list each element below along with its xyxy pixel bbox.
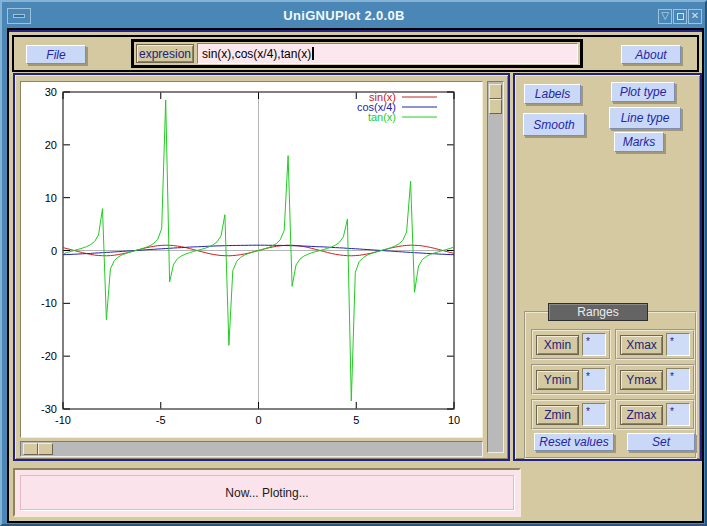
- expression-button[interactable]: expresion: [136, 44, 194, 63]
- status-frame: Now... Ploting...: [20, 475, 514, 510]
- xmax-input[interactable]: *: [666, 333, 690, 356]
- xmin-label-button[interactable]: Xmin: [536, 335, 579, 355]
- toolbar: File expresion sin(x),cos(x/4),tan(x) Ab…: [12, 35, 699, 72]
- vertical-scrollbar[interactable]: [487, 81, 504, 453]
- maximize-icon: [677, 13, 684, 20]
- window-title: UniGNUPlot 2.0.0B: [31, 8, 657, 23]
- ymax-label-button[interactable]: Ymax: [620, 370, 663, 390]
- line-type-button[interactable]: Line type: [609, 107, 681, 129]
- zmin-label-button[interactable]: Zmin: [536, 405, 579, 425]
- svg-text:-10: -10: [41, 297, 57, 309]
- range-cell-xmax: Xmax *: [615, 329, 695, 360]
- zmax-label-button[interactable]: Zmax: [620, 405, 663, 425]
- expression-group: expresion sin(x),cos(x/4),tan(x): [131, 39, 583, 68]
- marks-button[interactable]: Marks: [614, 132, 664, 152]
- close-button[interactable]: ✕: [688, 9, 702, 24]
- scrollbar-thumb-cell: [38, 443, 53, 455]
- range-cell-xmin: Xmin *: [531, 329, 611, 360]
- svg-text:5: 5: [353, 414, 359, 426]
- plot-type-button[interactable]: Plot type: [611, 82, 675, 102]
- shade-icon: ▽: [661, 11, 669, 21]
- expression-input[interactable]: sin(x),cos(x/4),tan(x): [197, 43, 578, 64]
- status-bar: Now... Ploting...: [13, 468, 521, 517]
- app-window: UniGNUPlot 2.0.0B ▽ ✕ File expresion sin…: [0, 0, 707, 526]
- expression-text: sin(x),cos(x/4),tan(x): [202, 47, 311, 61]
- file-button[interactable]: File: [26, 45, 86, 64]
- horizontal-scrollbar-thumb[interactable]: [23, 443, 53, 455]
- labels-button[interactable]: Labels: [524, 84, 581, 104]
- svg-text:10: 10: [448, 414, 460, 426]
- text-cursor: [312, 47, 314, 60]
- ymin-label-button[interactable]: Ymin: [536, 370, 579, 390]
- svg-text:30: 30: [45, 86, 57, 98]
- range-cell-ymax: Ymax *: [615, 364, 695, 395]
- svg-text:0: 0: [255, 414, 261, 426]
- set-button[interactable]: Set: [627, 433, 695, 451]
- svg-text:20: 20: [45, 139, 57, 151]
- status-message: Now... Ploting...: [225, 486, 308, 500]
- ranges-group-title: Ranges: [548, 303, 648, 321]
- title-bar: UniGNUPlot 2.0.0B ▽ ✕: [5, 4, 702, 26]
- horizontal-scrollbar[interactable]: [20, 441, 483, 457]
- range-cell-ymin: Ymin *: [531, 364, 611, 395]
- ymin-input[interactable]: *: [582, 368, 606, 391]
- xmin-input[interactable]: *: [582, 333, 606, 356]
- window-menu-button[interactable]: [7, 8, 31, 24]
- close-icon: ✕: [691, 11, 699, 21]
- ranges-group: Ranges Xmin * Xmax * Ymin * Ymax *: [524, 311, 697, 459]
- ymax-input[interactable]: *: [666, 368, 690, 391]
- client-area: File expresion sin(x),cos(x/4),tan(x) Ab…: [7, 28, 704, 523]
- controls-panel: Labels Plot type Smooth Line type Marks …: [513, 73, 702, 461]
- vertical-scrollbar-thumb[interactable]: [489, 84, 502, 114]
- reset-values-button[interactable]: Reset values: [534, 433, 614, 451]
- svg-text:-20: -20: [41, 350, 57, 362]
- window-menu-icon: [13, 14, 25, 18]
- xmax-label-button[interactable]: Xmax: [620, 335, 663, 355]
- scrollbar-thumb-cell: [489, 99, 502, 114]
- smooth-button[interactable]: Smooth: [523, 113, 585, 136]
- svg-text:0: 0: [51, 245, 57, 257]
- maximize-button[interactable]: [673, 9, 687, 24]
- zmin-input[interactable]: *: [582, 403, 606, 426]
- zmax-input[interactable]: *: [666, 403, 690, 426]
- scrollbar-thumb-cell: [23, 443, 38, 455]
- svg-text:tan(x): tan(x): [368, 111, 396, 123]
- function-plot: -30-20-100102030-10-50510sin(x)cos(x/4)t…: [21, 82, 484, 439]
- svg-text:10: 10: [45, 192, 57, 204]
- shade-button[interactable]: ▽: [658, 9, 672, 24]
- about-button[interactable]: About: [621, 45, 681, 64]
- plot-panel: -30-20-100102030-10-50510sin(x)cos(x/4)t…: [13, 73, 510, 461]
- plot-canvas: -30-20-100102030-10-50510sin(x)cos(x/4)t…: [20, 81, 483, 438]
- svg-text:-5: -5: [156, 414, 166, 426]
- range-cell-zmax: Zmax *: [615, 399, 695, 430]
- svg-text:-10: -10: [55, 414, 71, 426]
- range-cell-zmin: Zmin *: [531, 399, 611, 430]
- scrollbar-thumb-cell: [489, 84, 502, 99]
